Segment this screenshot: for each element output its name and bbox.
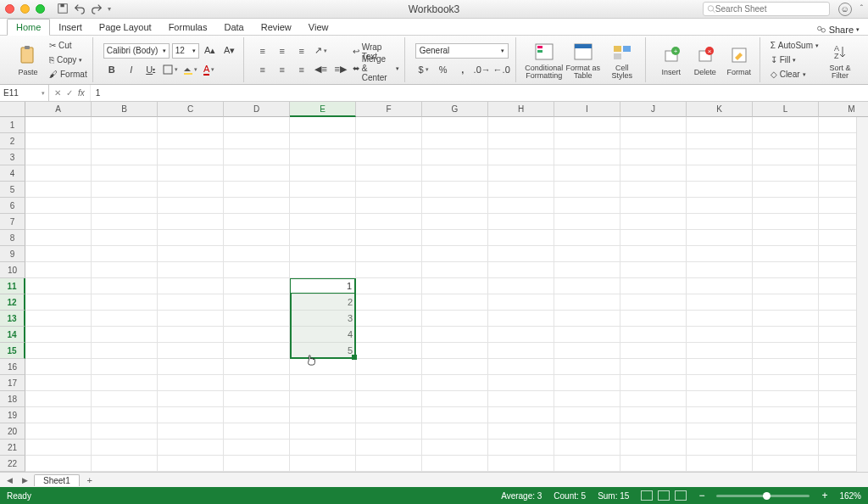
cell-G15[interactable] [422,343,488,359]
cell-L9[interactable] [753,246,819,262]
cell-H5[interactable] [488,182,554,198]
align-left-button[interactable]: ≡ [254,62,271,77]
cell-H6[interactable] [488,198,554,214]
cell-A10[interactable] [25,262,92,278]
cell-L6[interactable] [753,198,819,214]
cell-F10[interactable] [356,262,422,278]
tab-home[interactable]: Home [7,19,50,36]
row-header-7[interactable]: 7 [0,214,25,230]
cell-C4[interactable] [158,165,224,182]
row-header-11[interactable]: 11 [0,278,25,294]
cell-I17[interactable] [554,375,620,391]
cell-L15[interactable] [753,343,819,359]
zoom-out-button[interactable]: − [698,490,704,501]
cell-A13[interactable] [25,311,92,327]
page-break-view-icon[interactable] [675,490,687,501]
cell-K18[interactable] [687,391,753,407]
cell-I2[interactable] [554,133,620,149]
sort-filter-button[interactable]: AZSort & Filter [822,41,858,80]
sheet-nav-next[interactable]: ▶ [19,474,31,486]
cell-I22[interactable] [554,456,620,472]
shrink-font-button[interactable]: A▾ [221,43,238,59]
font-size-select[interactable]: 12▾ [172,43,199,59]
align-middle-button[interactable]: ≡ [274,43,291,59]
cell-G5[interactable] [422,182,488,198]
cut-button[interactable]: ✂Cut [49,39,87,53]
cell-E1[interactable] [290,117,356,133]
increase-decimal-button[interactable]: .0→ [474,62,491,77]
spreadsheet-grid[interactable]: ABCDEFGHIJKLM 12345678910111213141516171… [0,102,868,472]
cell-L7[interactable] [753,214,819,230]
cell-B5[interactable] [92,182,158,198]
cell-D15[interactable] [224,343,290,359]
cell-J12[interactable] [620,294,687,311]
grow-font-button[interactable]: A▴ [202,43,219,59]
zoom-slider[interactable] [716,495,810,497]
cell-I7[interactable] [554,214,620,230]
row-header-1[interactable]: 1 [0,117,25,133]
cell-B14[interactable] [92,327,158,343]
cell-G10[interactable] [422,262,488,278]
cell-I13[interactable] [554,311,620,327]
cell-I1[interactable] [554,117,620,133]
cell-B4[interactable] [92,165,158,182]
cell-A9[interactable] [25,246,92,262]
cell-I20[interactable] [554,423,620,440]
cell-D2[interactable] [224,133,290,149]
cell-C22[interactable] [158,456,224,472]
row-header-19[interactable]: 19 [0,407,25,423]
cell-L16[interactable] [753,359,819,375]
cell-J2[interactable] [620,133,687,149]
cell-K1[interactable] [687,117,753,133]
cell-H18[interactable] [488,391,554,407]
share-button[interactable]: Share ▾ [816,25,860,35]
cell-I8[interactable] [554,230,620,246]
cell-C15[interactable] [158,343,224,359]
cell-I6[interactable] [554,198,620,214]
cell-G22[interactable] [422,456,488,472]
row-header-21[interactable]: 21 [0,440,25,456]
cell-E19[interactable] [290,407,356,423]
select-all-corner[interactable] [0,102,25,117]
cell-J11[interactable] [620,278,687,294]
cell-B9[interactable] [92,246,158,262]
merge-center-button[interactable]: ⬌Merge & Center▾ [353,62,399,76]
cell-C13[interactable] [158,311,224,327]
cell-B8[interactable] [92,230,158,246]
cell-A2[interactable] [25,133,92,149]
cell-A18[interactable] [25,391,92,407]
cell-A14[interactable] [25,327,92,343]
cell-G12[interactable] [422,294,488,311]
cell-H10[interactable] [488,262,554,278]
cell-K20[interactable] [687,423,753,440]
cell-C10[interactable] [158,262,224,278]
cell-L11[interactable] [753,278,819,294]
row-header-15[interactable]: 15 [0,343,25,359]
cell-D17[interactable] [224,375,290,391]
row-header-16[interactable]: 16 [0,359,25,375]
cell-E17[interactable] [290,375,356,391]
cell-L1[interactable] [753,117,819,133]
indent-inc-button[interactable]: ≡▶ [332,62,349,77]
cell-C8[interactable] [158,230,224,246]
cell-L2[interactable] [753,133,819,149]
cell-G19[interactable] [422,407,488,423]
cell-L17[interactable] [753,375,819,391]
cell-E8[interactable] [290,230,356,246]
cell-E20[interactable] [290,423,356,440]
cell-F16[interactable] [356,359,422,375]
cell-E7[interactable] [290,214,356,230]
accept-formula-icon[interactable]: ✓ [66,88,73,98]
search-field[interactable] [715,4,826,14]
cell-D18[interactable] [224,391,290,407]
cell-B12[interactable] [92,294,158,311]
cell-A3[interactable] [25,149,92,165]
paste-button[interactable]: Paste [10,44,46,76]
cell-H20[interactable] [488,423,554,440]
cell-C11[interactable] [158,278,224,294]
cell-H8[interactable] [488,230,554,246]
cell-B10[interactable] [92,262,158,278]
cell-L10[interactable] [753,262,819,278]
col-header-I[interactable]: I [554,102,620,117]
cell-J9[interactable] [620,246,687,262]
